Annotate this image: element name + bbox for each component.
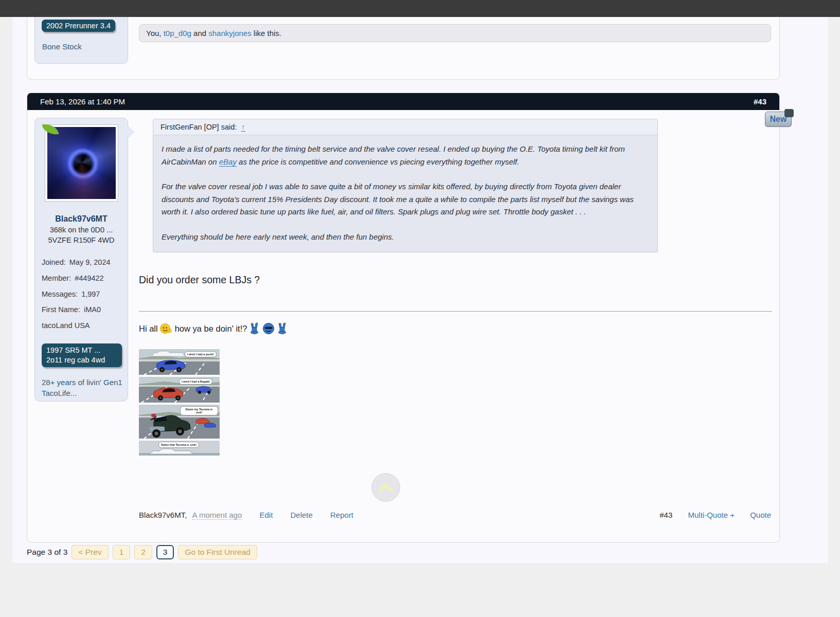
page-count-label: Page 3 of 3: [27, 548, 67, 557]
avatar-swirl-overlay: [47, 127, 116, 199]
quote-paragraph-2: For the valve cover reseal job I was abl…: [162, 180, 649, 219]
field-value: iMA0: [84, 305, 101, 314]
forum-thread-page: g 2002 Prerunner 3.4 Bone Stock FirstGen…: [0, 0, 840, 617]
delete-link[interactable]: Delete: [290, 511, 312, 519]
post-43-user-sidebar: Black97v6MT 368k on the 0D0 ... 5VZFE R1…: [34, 118, 128, 402]
quote-paragraph-1: I made a list of parts needed for the ti…: [162, 143, 649, 168]
post-timestamp[interactable]: A moment ago: [192, 511, 242, 520]
footer-actions: #43 Multi-Quote + Quote: [659, 511, 771, 519]
quote-link[interactable]: Quote: [750, 511, 771, 519]
post-date: Feb 13, 2026 at 1:40 PM: [40, 97, 125, 106]
jump-to-quoted-post-link[interactable]: ↑: [241, 123, 245, 132]
comic-meme-attachment[interactable]: I wish I had a yacht! I wish I had a Bu: [139, 349, 220, 458]
comic-panel-2: I wish I had a Bugatti: [139, 377, 220, 403]
chevron-up-icon: [378, 482, 394, 493]
vehicle-badge: 1997 SR5 MT ... 2o11 reg cab 4wd: [42, 343, 122, 367]
liker-link-2[interactable]: shankyjones: [208, 29, 251, 38]
user-custom-title-1: 368k on the 0D0 ...: [35, 226, 128, 234]
user-field-messages: Messages:1,997: [42, 290, 100, 298]
post-43-card: Feb 13, 2026 at 1:40 PM #43 Black97v6MT …: [27, 93, 780, 542]
likes-prefix: You,: [146, 29, 164, 38]
post-43-footer: Black97v6MT, A moment ago Edit Delete Re…: [139, 511, 771, 519]
cool-face-icon: [262, 322, 275, 335]
field-value: May 9, 2024: [69, 258, 111, 266]
edit-link[interactable]: Edit: [259, 511, 273, 519]
report-link[interactable]: Report: [330, 511, 353, 519]
pagination-bar: Page 3 of 3 < Prev 1 2 3 Go to First Unr…: [27, 544, 257, 560]
comic-panel-1: I wish I had a yacht!: [139, 349, 220, 375]
vehicle-badge: 2002 Prerunner 3.4: [42, 20, 115, 32]
quote-paragraph-3: Everything should be here early next wee…: [162, 231, 649, 244]
comic-panel-3: Damn my Tacoma is sick!: [139, 405, 220, 439]
field-label: First Name:: [42, 305, 80, 314]
rock-hand-icon: [249, 322, 260, 335]
speech-bubble: Damn my Tacoma is sick!: [180, 406, 218, 415]
user-signature-link[interactable]: 28+ years of livin' Gen1 TacoLife...: [42, 377, 124, 398]
footer-byline: Black97v6MT, A moment ago Edit Delete Re…: [139, 511, 353, 519]
post-43-header-bar: Feb 13, 2026 at 1:40 PM #43: [27, 93, 779, 110]
quote-text: as the price is competitive and convenie…: [237, 157, 519, 166]
comic-panel-4: Damn that Tacoma is sick!: [139, 441, 220, 456]
scroll-to-top-button[interactable]: [371, 473, 400, 502]
message-divider: [139, 311, 772, 312]
liker-link-1[interactable]: t0p_d0g: [164, 29, 191, 38]
user-field-first-name: First Name:iMA0: [42, 305, 101, 314]
user-location: tacoLand USA: [42, 321, 90, 330]
top-navigation-bar: [0, 0, 840, 17]
likes-suffix: like this.: [252, 29, 281, 38]
prev-page-button[interactable]: < Prev: [72, 545, 108, 559]
speech-bubble: I wish I had a Bugatti: [179, 378, 212, 385]
likes-mid: and: [191, 29, 208, 38]
user-field-member: Member:#449422: [42, 274, 104, 282]
multi-quote-link[interactable]: Multi-Quote +: [688, 511, 734, 519]
user-avatar[interactable]: [45, 124, 118, 202]
ebay-link[interactable]: eBay: [219, 157, 237, 167]
page-3-current-button[interactable]: 3: [156, 545, 174, 559]
go-to-first-unread-button[interactable]: Go to First Unread: [178, 545, 257, 559]
likes-bar: You, t0p_d0g and shankyjones like this.: [139, 24, 771, 42]
user-custom-title-2: 5VZFE R150F 4WD: [35, 236, 128, 244]
wave-smiley-icon: [160, 323, 173, 334]
field-value: #449422: [75, 274, 103, 282]
author-name[interactable]: Black97v6MT,: [139, 511, 187, 519]
field-value: 1,997: [81, 290, 100, 298]
speech-bubble: I wish I had a yacht!: [185, 351, 217, 357]
user-signature-link[interactable]: Bone Stock: [42, 42, 82, 51]
new-post-badge[interactable]: New: [765, 112, 792, 127]
field-label: Joined:: [42, 258, 66, 266]
username-link[interactable]: Black97v6MT: [35, 214, 128, 224]
field-label: Member:: [42, 274, 71, 282]
greeting-line: Hi all how ya be doin' it!?: [139, 322, 288, 335]
page-2-button[interactable]: 2: [134, 545, 152, 559]
quote-attribution: FirstGenFan [OP] said:: [160, 123, 237, 131]
field-label: Messages:: [42, 290, 78, 298]
greeting-text-pre: Hi all: [139, 324, 158, 334]
black-hole-avatar-image: [47, 127, 116, 199]
greeting-text-mid: how ya be doin' it!?: [175, 324, 247, 334]
post-number-link[interactable]: #43: [754, 93, 766, 110]
user-field-joined: Joined:May 9, 2024: [42, 258, 111, 266]
quote-header: FirstGenFan [OP] said: ↑: [153, 119, 657, 135]
quote-body: I made a list of parts needed for the ti…: [153, 135, 657, 252]
rock-hand-icon: [277, 322, 288, 335]
speech-bubble: Damn that Tacoma is sick!: [158, 442, 199, 448]
reply-message-text: Did you order some LBJs ?: [139, 274, 260, 286]
quoted-post-block: FirstGenFan [OP] said: ↑ I made a list o…: [153, 119, 658, 252]
post-number: #43: [659, 511, 672, 519]
page-1-button[interactable]: 1: [113, 545, 131, 559]
